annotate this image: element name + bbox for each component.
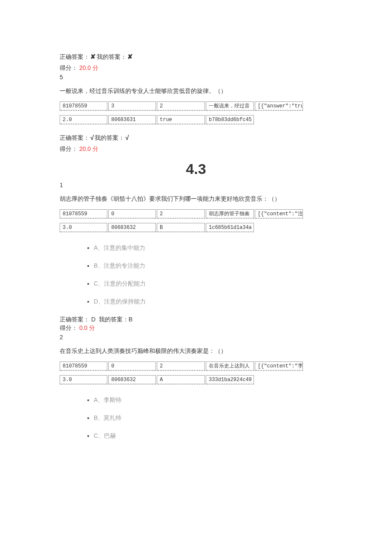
my-answer-label: 我的答案： — [97, 53, 127, 60]
my-answer-label: 我的答案： — [95, 134, 124, 141]
cell: 3.0 — [60, 223, 107, 232]
q6-score: 0.0 分 — [79, 324, 95, 331]
correct-answer-label: 正确答案： — [60, 134, 89, 141]
cell: 在音乐史上达到人 — [206, 361, 254, 371]
q7-row2: 3.0 80683632 A 333d1ba2924c49 — [60, 375, 332, 384]
correct-answer-label: 正确答案： — [60, 53, 89, 60]
cell: 2.0 — [60, 115, 107, 124]
cell: 胡志厚的管子独奏 — [206, 209, 254, 219]
q6-mine: B — [129, 316, 133, 323]
cell: 0 — [108, 209, 156, 219]
q7-number: 2 — [60, 334, 332, 341]
option-a: A、李斯特 — [94, 396, 332, 404]
q5-row2: 2.0 80683631 true b78b83dd6bfc45 — [60, 115, 332, 124]
cell: A — [157, 375, 205, 384]
cell: [{"answer":"tru — [255, 101, 303, 111]
option-c: C、注意的分配能力 — [94, 280, 332, 288]
correct-answer-label: 正确答案： — [60, 316, 89, 323]
cell: 3 — [108, 101, 156, 111]
cell: 2 — [157, 101, 205, 111]
option-d: D、注意的保持能力 — [94, 298, 332, 306]
cell: 0 — [108, 361, 156, 371]
option-c: C、巴赫 — [94, 432, 332, 440]
cell: 333d1ba2924c49 — [206, 375, 254, 384]
q6-row2: 3.0 80683632 B 1c685b61d1a34a — [60, 223, 332, 232]
cell: [{"content":"注 — [255, 209, 303, 219]
cell: 2 — [157, 361, 205, 371]
cell: 2 — [157, 209, 205, 219]
q5-answer-line: 正确答案：√我的答案：√ — [60, 134, 332, 142]
cell: 80683632 — [108, 375, 156, 384]
q7-text: 在音乐史上达到人类演奏技巧巅峰和极限的伟大演奏家是：（） — [60, 347, 332, 356]
q5-score-line: 得分： 20.0 分 — [60, 145, 332, 153]
q4-score: 20.0 分 — [79, 64, 98, 71]
q5-text: 一般说来，经过音乐训练的专业人士能够欣赏低音的旋律。（） — [60, 87, 332, 95]
cross-icon: ✘ — [127, 53, 133, 60]
cell: b78b83dd6bfc45 — [206, 115, 254, 124]
q6-text: 胡志厚的管子独奏《胡笳十八拍》要求我们下列哪一项能力来更好地欣赏音乐：（） — [60, 194, 332, 203]
q5-row1: 81078559 3 2 一般说来，经过音 [{"answer":"tru — [60, 101, 332, 111]
q6-number: 1 — [60, 182, 332, 188]
score-label: 得分： — [60, 145, 78, 152]
cell: [{"content":"李 — [255, 361, 303, 371]
q6-correct: D — [91, 316, 95, 323]
q4-answer-line: 正确答案：✘我的答案：✘ — [60, 53, 332, 61]
option-b: B、莫扎特 — [94, 414, 332, 422]
cell: B — [157, 223, 205, 232]
q5-number: 5 — [60, 74, 332, 81]
cell: true — [157, 115, 205, 124]
q5-score: 20.0 分 — [79, 145, 98, 152]
cell: 1c685b61d1a34a — [206, 223, 254, 232]
cell: 一般说来，经过音 — [206, 101, 254, 111]
q6-score-line: 得分： 0.0 分 — [60, 324, 332, 332]
cell: 3.0 — [60, 375, 107, 384]
check-icon: √ — [125, 134, 129, 141]
q6-row1: 81078559 0 2 胡志厚的管子独奏 [{"content":"注 — [60, 209, 332, 219]
q6-answer-line: 正确答案： D 我的答案：B — [60, 316, 332, 324]
cell: 81078559 — [60, 361, 107, 371]
check-icon: √ — [90, 134, 94, 141]
cell: 81078559 — [60, 101, 107, 111]
option-b: B、注意的专注能力 — [94, 262, 332, 270]
q4-score-line: 得分： 20.0 分 — [60, 64, 332, 72]
q6-options: A、注意的集中能力 B、注意的专注能力 C、注意的分配能力 D、注意的保持能力 — [60, 244, 332, 306]
option-a: A、注意的集中能力 — [94, 244, 332, 252]
score-label: 得分： — [60, 324, 78, 331]
my-answer-label: 我的答案： — [99, 316, 129, 323]
section-heading: 4.3 — [60, 161, 332, 177]
q7-options: A、李斯特 B、莫扎特 C、巴赫 — [60, 396, 332, 440]
score-label: 得分： — [60, 64, 78, 71]
q7-row1: 81078559 0 2 在音乐史上达到人 [{"content":"李 — [60, 361, 332, 371]
cross-icon: ✘ — [90, 53, 96, 60]
cell: 81078559 — [60, 209, 107, 219]
cell: 80683632 — [108, 223, 156, 232]
cell: 80683631 — [108, 115, 156, 124]
